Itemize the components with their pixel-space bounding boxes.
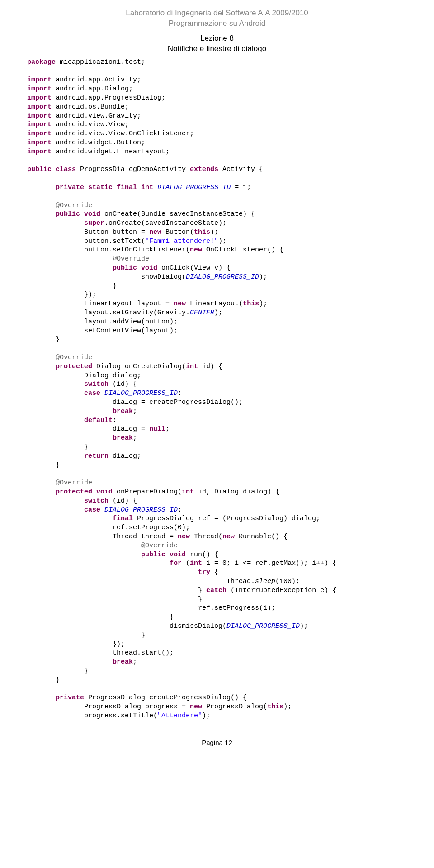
txt: ); (214, 309, 222, 317)
txt: Thread( (190, 533, 222, 541)
txt: Dialog onCreateDialog( (92, 363, 186, 370)
txt: } (56, 676, 60, 684)
kw: package (27, 58, 56, 66)
txt: dialog = (113, 425, 149, 433)
const: CENTER (190, 309, 214, 317)
txt: ProgressDialog ref = (ProgressDialog) di… (133, 515, 320, 522)
txt: android.app.Dialog; (52, 85, 133, 93)
kw: new (174, 300, 186, 308)
txt: android.app.ProgressDialog; (52, 94, 165, 102)
page-header: Laboratorio di Ingegneria del Software A… (27, 8, 407, 29)
txt: android.view.View.OnClickListener; (52, 130, 194, 138)
page-number: Pagina 12 (202, 739, 232, 746)
txt: ; (133, 434, 137, 442)
txt: Thread. (226, 578, 255, 585)
kw: super (84, 219, 104, 227)
lesson-line2: Notifiche e finestre di dialogo (168, 44, 266, 53)
kw: try (198, 569, 210, 576)
txt: ( (182, 560, 190, 567)
txt: ref.setProgress(0); (113, 524, 190, 531)
txt: mieapplicazioni.test; (56, 58, 145, 66)
const: DIALOG_PROGRESS_ID (186, 273, 259, 281)
txt: } (170, 613, 174, 621)
txt: layout.setGravity(Gravity. (84, 309, 190, 317)
kw: int (182, 488, 194, 496)
kw: void (96, 488, 113, 496)
txt: ; (133, 408, 137, 415)
txt: ProgressDialogDemoActivity (76, 166, 190, 173)
kw: private (56, 184, 84, 191)
kw: protected (56, 488, 92, 496)
txt: } (84, 667, 88, 675)
txt: ); (218, 237, 226, 245)
kw: null (149, 425, 165, 433)
txt: : (178, 506, 182, 514)
kw: import (27, 94, 52, 102)
const: DIALOG_PROGRESS_ID (104, 506, 178, 514)
txt: dismissDialog( (170, 622, 226, 630)
header-line1: Laboratorio di Ingegneria del Software A… (126, 9, 308, 17)
txt: setContentView(layout); (84, 327, 178, 335)
txt: layout.addView(button); (84, 318, 178, 326)
kw: private (56, 694, 84, 702)
txt: onCreate(Bundle savedInstanceState) { (100, 210, 255, 218)
txt: Thread thread = (113, 533, 178, 541)
txt: } (141, 631, 145, 639)
kw: int (141, 184, 153, 191)
txt: ); (259, 273, 267, 281)
txt: = 1; (231, 184, 251, 191)
kw: switch (84, 380, 108, 388)
kw: catch (206, 587, 226, 594)
txt: android.os.Bundle; (52, 103, 129, 111)
txt: ); (300, 622, 308, 630)
txt: }); (113, 640, 125, 648)
txt: (100); (275, 578, 300, 585)
txt: } (198, 596, 202, 603)
kw: break (113, 434, 133, 442)
txt: Button( (161, 228, 194, 236)
txt: ; (133, 658, 137, 666)
kw: int (190, 560, 202, 567)
kw: new (222, 533, 235, 541)
ann: @Override (56, 479, 92, 487)
txt: : (178, 389, 182, 397)
header-line2: Programmazione su Android (169, 19, 266, 28)
kw: void (141, 264, 157, 272)
kw: void (84, 210, 100, 218)
kw: return (84, 452, 108, 460)
kw: this (267, 703, 283, 711)
txt: (InterruptedException e) { (226, 587, 336, 594)
txt: onClick(View v) { (157, 264, 231, 272)
code-block: package mieapplicazioni.test; import and… (27, 58, 407, 721)
kw: import (27, 112, 52, 120)
kw: switch (84, 497, 108, 505)
ann: @Override (113, 255, 149, 263)
ann: @Override (141, 542, 178, 550)
kw: import (27, 130, 52, 138)
txt: (id) { (108, 497, 137, 505)
kw: default (84, 417, 113, 424)
txt: } (113, 282, 117, 290)
kw: case (84, 389, 100, 397)
txt: ); (202, 712, 210, 720)
txt: thread.start(); (113, 649, 174, 657)
txt: progress.setTitle( (84, 712, 157, 720)
const: DIALOG_PROGRESS_ID (157, 184, 231, 191)
kw: class (56, 166, 76, 173)
txt: } (56, 336, 60, 343)
kw: public (141, 551, 165, 559)
txt: } (84, 443, 88, 451)
kw: for (170, 560, 182, 567)
txt: LinearLayout( (186, 300, 243, 308)
kw: import (27, 139, 52, 147)
txt: ProgressDialog( (202, 703, 267, 711)
kw: import (27, 103, 52, 111)
txt: dialog; (108, 452, 141, 460)
txt: : (113, 417, 117, 424)
const: DIALOG_PROGRESS_ID (104, 389, 178, 397)
txt: i = 0; i <= ref.getMax(); i++) { (202, 560, 336, 567)
txt: Activity { (218, 166, 263, 173)
kw: break (113, 408, 133, 415)
txt: ref.setProgress(i); (198, 604, 275, 612)
txt: { (210, 569, 218, 576)
